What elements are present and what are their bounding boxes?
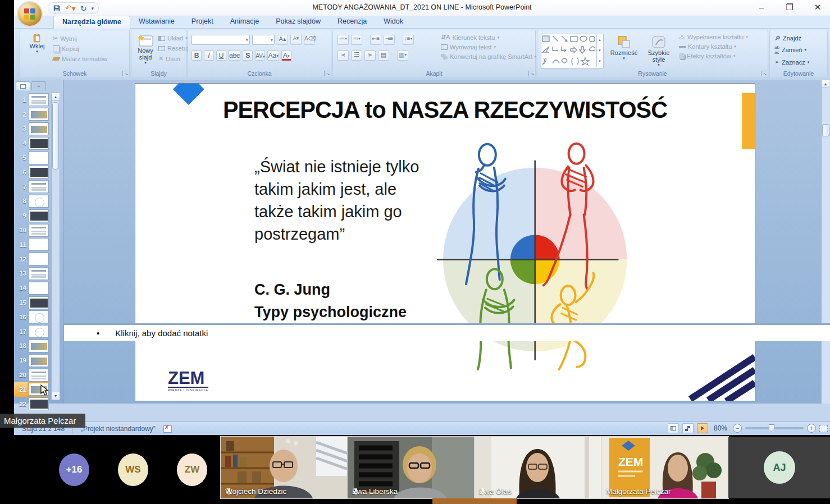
underline-button[interactable]: U — [216, 51, 226, 61]
slide-thumbnail-8[interactable]: 8 — [14, 194, 50, 209]
slide-thumbnail-10[interactable]: 10 — [14, 223, 50, 237]
align-left-button[interactable]: ⫷ — [338, 51, 349, 61]
zoom-out-button[interactable]: − — [733, 424, 742, 433]
spellcheck-icon[interactable]: ✗ — [163, 425, 172, 433]
office-button[interactable] — [17, 1, 43, 27]
fit-to-window-button[interactable] — [819, 425, 828, 432]
strikethrough-button[interactable]: abc — [229, 51, 240, 61]
zoom-in-button[interactable]: + — [807, 424, 816, 433]
customize-qat-button[interactable]: ▾ — [92, 4, 94, 13]
slide-thumbnail-7[interactable]: 7 — [14, 180, 50, 194]
ribbon-tab-narzędzia-główne[interactable]: Narzędzia główne — [53, 16, 130, 29]
slide-thumbnail-5[interactable]: 5 — [14, 150, 50, 165]
slide-21[interactable]: PERCEPCJA to NASZA RZECZYWISTOŚĆ „Świat … — [135, 83, 755, 401]
slide-thumbnail-15[interactable]: 15 — [14, 295, 50, 310]
shapes-scroll[interactable]: ▲▼▼ — [596, 35, 603, 67]
find-button[interactable]: 🔎︎ Znajdź — [774, 35, 809, 42]
delete-slide-button[interactable]: ✕ Usuń — [158, 55, 188, 62]
ribbon-tab-pokaz-slajdów[interactable]: Pokaz slajdów — [267, 16, 329, 29]
paste-button[interactable]: Wklej▾ — [25, 34, 49, 54]
slide-thumbnail-17[interactable]: 17 — [14, 324, 50, 339]
slide-thumbnail-4[interactable]: 4 — [14, 136, 50, 150]
grow-font-button[interactable]: A▴ — [277, 35, 288, 45]
copy-button[interactable]: Kopiuj — [53, 45, 107, 52]
justify-button[interactable]: ▤ — [378, 51, 389, 61]
normal-view-button[interactable] — [668, 423, 679, 433]
slide-sorter-button[interactable] — [682, 423, 694, 433]
ribbon-tab-recenzja[interactable]: Recenzja — [329, 16, 375, 29]
shrink-font-button[interactable]: A▾ — [290, 35, 302, 45]
zoom-slider[interactable] — [745, 427, 804, 429]
ribbon-tab-animacje[interactable]: Animacje — [222, 16, 267, 29]
canvas-scrollbar[interactable]: ▲ — [821, 80, 830, 404]
font-size-select[interactable]: ▾ — [252, 35, 275, 45]
new-slide-button[interactable]: Nowy slajd▾ — [134, 34, 157, 65]
smartart-button[interactable]: Konwertuj na grafikę SmartArt▾ — [441, 53, 536, 60]
slide-thumbnail-9[interactable]: 9 — [14, 208, 50, 223]
participant-video-wojciech-dziedzic[interactable]: Wojciech Dziedzic — [221, 437, 348, 498]
avatar-badge-ws[interactable]: WS — [118, 453, 148, 486]
slide-thumbnail-22[interactable]: 22 — [14, 397, 50, 411]
slide-thumbnail-18[interactable]: 18 — [14, 339, 50, 354]
replace-button[interactable]: abac Zamień▾ — [774, 45, 809, 55]
zoom-slider-thumb[interactable] — [769, 424, 774, 432]
notes-pane[interactable]: • Kliknij, aby dodać notatki — [64, 323, 830, 341]
zoom-level[interactable]: 80% — [714, 424, 727, 432]
arrange-button[interactable]: Rozmieść▾ — [608, 35, 640, 61]
avatar-badge--16[interactable]: +16 — [59, 453, 89, 486]
participant-video-małgorzata-pelczar[interactable]: ZEMMałgorzata Pelczar — [601, 437, 728, 498]
dialog-launcher-icon[interactable]: ↘ — [761, 71, 767, 76]
shapes-gallery[interactable]: ▲▼▼ — [541, 34, 604, 68]
cut-button[interactable]: ✂ Wytnij — [53, 35, 107, 42]
participant-video-ewa-olas[interactable]: Ewa Olas — [475, 437, 601, 498]
reset-button[interactable]: Resetuj — [158, 45, 188, 52]
tab-outline-view[interactable]: ≡ — [31, 81, 46, 90]
decrease-indent-button[interactable]: ⇤≡ — [370, 35, 381, 45]
dialog-launcher-icon[interactable]: ↘ — [324, 71, 330, 76]
font-name-select[interactable]: ▾ — [191, 35, 250, 45]
quick-styles-button[interactable]: Szybkie style▾ — [643, 35, 674, 67]
slide-thumbnail-16[interactable]: 16 — [14, 310, 50, 324]
slide-thumbnail-13[interactable]: 13 — [14, 267, 50, 281]
notes-placeholder[interactable]: Kliknij, aby dodać notatki — [115, 328, 208, 338]
char-spacing-button[interactable]: AV▾ — [255, 51, 265, 61]
format-painter-button[interactable]: Malarz formatów — [53, 56, 107, 62]
slide-thumbnail-2[interactable]: 2 — [14, 107, 50, 122]
increase-indent-button[interactable]: ⇥≡ — [384, 35, 395, 45]
ribbon-tab-wstawianie[interactable]: Wstawianie — [130, 16, 183, 29]
italic-button[interactable]: I — [204, 51, 214, 61]
columns-button[interactable]: ▥▾ — [397, 51, 408, 61]
align-center-button[interactable]: ☰ — [351, 51, 362, 61]
line-spacing-button[interactable]: ↕≡▾ — [403, 35, 414, 45]
slide-thumbnail-20[interactable]: 20 — [14, 368, 50, 382]
slide-thumbnail-3[interactable]: 3 — [14, 122, 50, 136]
slide-thumbnail-11[interactable]: 11 — [14, 237, 50, 252]
slide-thumbnail-6[interactable]: 6 — [14, 165, 50, 180]
restore-button[interactable]: ❐ — [782, 2, 797, 13]
redo-button[interactable]: ↻ — [80, 4, 87, 13]
change-case-button[interactable]: Aa▾ — [267, 51, 279, 61]
close-button[interactable]: ✕ — [810, 2, 826, 13]
shape-effects-button[interactable]: Efekty kształtów▾ — [679, 53, 748, 59]
slide-thumbnail-14[interactable]: 14 — [14, 281, 50, 295]
scroll-up-icon[interactable]: ▲ — [52, 93, 60, 101]
panel-scrollbar[interactable]: ▲ ▼ — [51, 93, 60, 400]
dialog-launcher-icon[interactable]: ↘ — [122, 71, 128, 76]
ribbon-tab-projekt[interactable]: Projekt — [183, 16, 222, 29]
bold-button[interactable]: B — [191, 51, 202, 61]
slideshow-button[interactable] — [697, 423, 708, 433]
slide-thumbnail-12[interactable]: 12 — [14, 252, 50, 267]
dialog-launcher-icon[interactable]: ↘ — [528, 71, 534, 76]
tab-slides-view[interactable] — [16, 81, 30, 90]
select-button[interactable]: ➢ Zaznacz▾ — [774, 58, 809, 66]
undo-button[interactable]: ↶▾ — [65, 3, 76, 13]
align-right-button[interactable]: ⫸ — [364, 51, 376, 61]
align-text-button[interactable]: Wyrównaj tekst▾ — [441, 44, 536, 51]
layout-button[interactable]: Układ▾ — [158, 35, 188, 42]
shape-fill-button[interactable]: 🝆 Wypełnienie kształtu▾ — [679, 34, 748, 40]
scrollbar-thumb[interactable] — [52, 102, 59, 169]
participant-video-ewa-liberska[interactable]: Ewa Liberska — [348, 437, 475, 498]
bullets-button[interactable]: ≔▾ — [338, 35, 349, 45]
scroll-up-icon[interactable]: ▲ — [822, 80, 829, 88]
font-color-button[interactable]: A▾ — [281, 51, 291, 61]
